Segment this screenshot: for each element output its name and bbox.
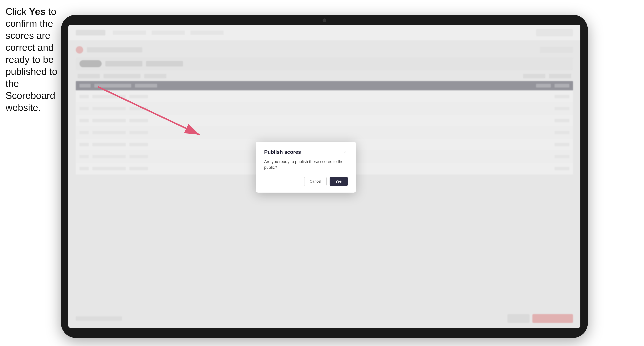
instruction-text: Click Yes to confirm the scores are corr… xyxy=(6,5,61,114)
modal-overlay: Publish scores × Are you ready to publis… xyxy=(68,25,580,328)
modal-dialog: Publish scores × Are you ready to publis… xyxy=(256,142,356,193)
cancel-button[interactable]: Cancel xyxy=(304,177,326,186)
modal-header: Publish scores × xyxy=(264,149,348,155)
modal-footer: Cancel Yes xyxy=(264,177,348,186)
tablet-device: Publish scores × Are you ready to publis… xyxy=(61,15,588,338)
yes-button[interactable]: Yes xyxy=(330,177,348,186)
tablet-screen: Publish scores × Are you ready to publis… xyxy=(68,25,580,328)
modal-body-text: Are you ready to publish these scores to… xyxy=(264,159,348,171)
modal-close-button[interactable]: × xyxy=(342,149,348,155)
tablet-camera xyxy=(322,18,326,22)
modal-title: Publish scores xyxy=(264,149,301,155)
